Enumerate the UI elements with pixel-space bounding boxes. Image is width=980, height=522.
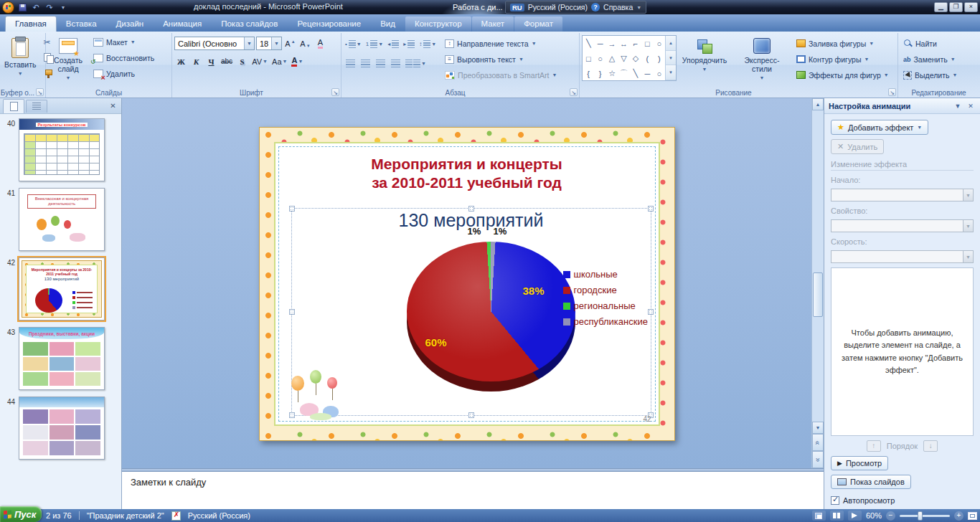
tab-slides-thumbnails[interactable] [3, 99, 24, 113]
shape-brace-left-icon[interactable]: { [583, 68, 594, 80]
remove-effect-button[interactable]: ✕Удалить [831, 139, 884, 154]
italic-button[interactable]: К [189, 54, 203, 68]
shape-arrow-icon[interactable]: → [607, 38, 618, 49]
bullets-button[interactable]: •▼ [344, 37, 363, 51]
notes-area[interactable]: Заметки к слайду [122, 472, 824, 509]
shapes-more-button[interactable]: ▼ [666, 65, 676, 80]
underline-button[interactable]: Ч [204, 54, 218, 68]
line-spacing-button[interactable]: ↕▼ [418, 37, 438, 51]
paste-button[interactable]: Вставить ▼ [2, 35, 39, 88]
shape-star-icon[interactable]: ☆ [607, 68, 618, 80]
text-shadow-button[interactable]: S [235, 54, 249, 68]
language-code-badge[interactable]: RU [510, 4, 524, 11]
pie-chart[interactable] [407, 242, 575, 396]
undo-button[interactable]: ↶ [30, 1, 42, 13]
selection-handle[interactable] [468, 412, 474, 418]
tab-slideshow[interactable]: Показ слайдов [212, 16, 287, 32]
shape-outline-button[interactable]: Контур фигуры▼ [793, 52, 892, 66]
move-up-button[interactable]: ↑ [867, 440, 881, 452]
tab-outline[interactable] [26, 100, 47, 113]
pane-close-button[interactable]: ✕ [966, 103, 976, 110]
slide-42[interactable]: Мероприятия и концерты за 2010-2011 учеб… [259, 127, 675, 441]
shape-oval2-icon[interactable]: ○ [654, 68, 664, 80]
character-spacing-button[interactable]: AV▼ [250, 54, 269, 68]
add-effect-button[interactable]: ★Добавить эффект▼ [831, 120, 928, 135]
columns-button[interactable]: ▼ [404, 57, 428, 70]
selection-handle[interactable] [468, 206, 474, 212]
selection-handle[interactable] [289, 309, 295, 315]
tab-animation[interactable]: Анимация [154, 16, 211, 32]
scroll-down-button[interactable]: ▼ [812, 422, 824, 434]
slide-thumbnail-42-selected[interactable]: 42 Мероприятия и концерты за 2010-2011 у… [0, 257, 121, 321]
shape-hline2-icon[interactable]: ─ [642, 68, 653, 80]
fit-to-window-button[interactable] [968, 512, 977, 520]
shape-paren-right-icon[interactable]: ) [654, 53, 664, 65]
replace-button[interactable]: Заменить▼ [900, 52, 977, 66]
redo-button[interactable]: ↷ [44, 1, 55, 13]
tab-design[interactable]: Дизайн [107, 16, 154, 32]
shape-circle-icon[interactable]: ○ [595, 53, 606, 65]
slide-thumbnail-40[interactable]: 40 Результаты конкурсов [0, 118, 121, 181]
office-button[interactable] [2, 1, 14, 14]
scrollbar-track[interactable] [812, 110, 824, 422]
tab-view[interactable]: Вид [371, 16, 405, 32]
play-preview-button[interactable]: ▶Просмотр [831, 456, 888, 470]
scroll-up-button[interactable]: ▲ [812, 98, 824, 110]
speed-combo[interactable]: ▼ [831, 250, 974, 263]
slide-thumbnail-43[interactable]: 43 Праздники, выставки, акции [0, 327, 121, 390]
font-color-button[interactable]: А▼ [290, 54, 304, 68]
slide-sorter-view-button[interactable] [830, 511, 844, 521]
numbering-button[interactable]: 1▼ [364, 37, 385, 51]
align-text-button[interactable]: ≡Выровнять текст▼ [442, 52, 560, 66]
shape-triangle-icon[interactable]: △ [607, 53, 618, 65]
font-size-combo[interactable]: 18 ▼ [256, 37, 282, 50]
bold-button[interactable]: Ж [174, 54, 188, 68]
align-right-button[interactable] [374, 57, 387, 70]
increase-indent-button[interactable]: ▸ [402, 37, 416, 51]
convert-smartart-button[interactable]: Преобразовать в SmartArt▼ [442, 68, 560, 82]
zoom-in-button[interactable]: + [954, 511, 963, 521]
tab-chart-design[interactable]: Конструктор [405, 16, 471, 32]
font-name-caret[interactable]: ▼ [244, 37, 254, 49]
font-dialog-launcher[interactable]: ↘ [331, 88, 339, 96]
align-left-button[interactable] [344, 57, 357, 70]
font-size-caret[interactable]: ▼ [271, 37, 281, 49]
paragraph-dialog-launcher[interactable]: ↘ [570, 88, 578, 96]
previous-slide-button[interactable]: « [812, 434, 824, 451]
change-case-button[interactable]: Аа▼ [270, 54, 289, 68]
vertical-scrollbar[interactable]: ▲ ▼ « « [811, 98, 824, 468]
slide-canvas[interactable]: Мероприятия и концерты за 2010-2011 учеб… [122, 98, 811, 468]
shape-oval-icon[interactable]: ○ [654, 38, 664, 49]
zoom-slider[interactable] [900, 515, 950, 517]
shape-double-arrow-icon[interactable]: ↔ [618, 38, 629, 49]
start-combo[interactable]: ▼ [831, 189, 974, 201]
language-bar[interactable]: RU Русский (Россия) ? Справка ▼ [505, 1, 646, 14]
shape-diamond-icon[interactable]: ◇ [630, 53, 641, 65]
slide-thumbnail-44[interactable]: 44 [0, 397, 121, 460]
tab-chart-format[interactable]: Формат [514, 16, 562, 32]
spell-check-icon[interactable] [171, 511, 181, 521]
next-slide-button[interactable]: « [812, 451, 824, 468]
tab-chart-layout[interactable]: Макет [472, 16, 514, 32]
qat-customize-button[interactable]: ▼ [57, 1, 69, 13]
strikethrough-button[interactable]: abc [220, 54, 234, 68]
clipboard-dialog-launcher[interactable]: ↘ [36, 88, 44, 96]
justify-button[interactable] [389, 57, 402, 70]
shape-elbow-icon[interactable]: ⌐ [630, 38, 641, 49]
tab-home[interactable]: Главная [6, 16, 56, 32]
shape-triangle-down-icon[interactable]: ▽ [618, 53, 629, 65]
text-direction-button[interactable]: ↕Направление текста▼ [442, 37, 560, 50]
close-button[interactable]: × [964, 2, 978, 12]
select-button[interactable]: Выделить▼ [900, 68, 977, 82]
quick-styles-button[interactable]: Экспресс-стили ▼ [732, 35, 791, 88]
help-icon[interactable]: ? [591, 3, 600, 11]
help-label[interactable]: Справка [603, 3, 633, 11]
chart-legend[interactable]: школьные городские региональные республи… [563, 269, 648, 327]
shapes-scroll-up-button[interactable]: ▲ [666, 36, 676, 51]
new-slide-button[interactable]: Создать слайд ▼ [48, 35, 88, 88]
find-button[interactable]: Найти [900, 37, 977, 50]
restore-button[interactable]: ❐ [949, 2, 963, 12]
shape-brace-right-icon[interactable]: } [595, 68, 606, 80]
reset-slide-button[interactable]: Восстановить [90, 51, 157, 65]
shape-rectangle-icon[interactable]: □ [642, 38, 653, 49]
